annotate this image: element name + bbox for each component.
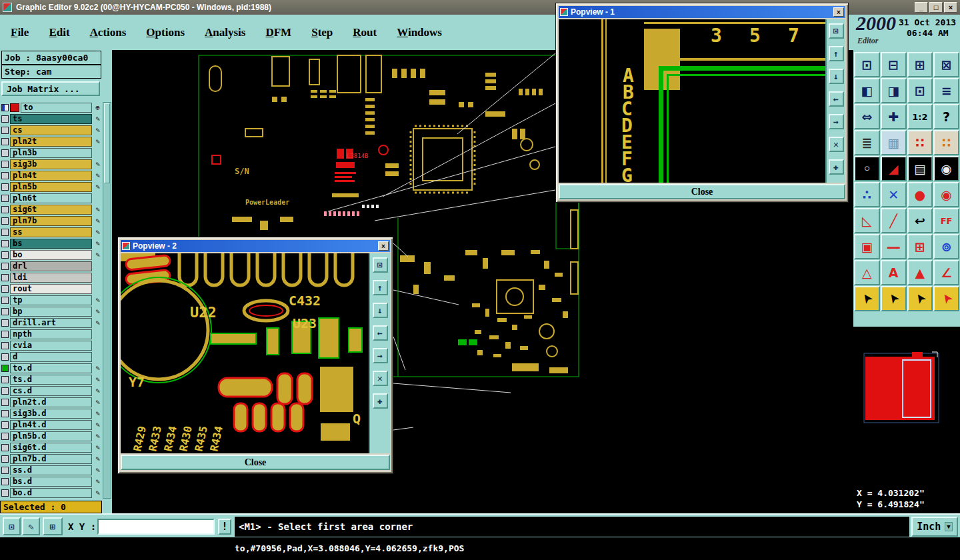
tool-button-25[interactable]: ◺: [854, 208, 880, 233]
layer-row-bs.d[interactable]: bs.d✎: [0, 476, 102, 487]
layer-scrollbar[interactable]: [103, 102, 111, 499]
pan-up-icon[interactable]: ↑: [373, 280, 388, 295]
units-selector[interactable]: Inch ▼: [911, 517, 958, 537]
layer-row-rout[interactable]: rout: [0, 283, 102, 295]
layer-row-bp[interactable]: bp✎: [0, 306, 102, 317]
zoom-out-icon[interactable]: ✕: [829, 137, 844, 152]
layer-checkbox[interactable]: [1, 421, 9, 429]
tool-button-31[interactable]: ⊞: [907, 234, 933, 259]
notes-button[interactable]: ✎: [22, 517, 40, 535]
menu-rout[interactable]: Rout: [353, 26, 377, 39]
layer-row-pln4t.d[interactable]: pln4t.d✎: [0, 419, 102, 431]
pan-down-icon[interactable]: ↓: [829, 69, 844, 84]
tool-button-40[interactable]: ➤: [933, 286, 959, 311]
layer-checkbox[interactable]: [1, 115, 9, 123]
layer-checkbox[interactable]: [1, 342, 9, 349]
layer-row-tp[interactable]: tp✎: [0, 295, 102, 306]
tool-button-20[interactable]: ◉: [933, 156, 959, 181]
tool-button-35[interactable]: ▲: [907, 260, 933, 285]
zoom-out-icon[interactable]: ✕: [373, 371, 388, 386]
tool-button-23[interactable]: ●: [907, 182, 933, 207]
overview-navigator[interactable]: X = 4.031202" Y = 6.491824": [853, 327, 960, 513]
grid-button[interactable]: ⊞: [43, 517, 63, 535]
layer-checkbox[interactable]: [1, 274, 9, 281]
layer-checkbox[interactable]: [1, 149, 9, 157]
layer-row-pln5b.d[interactable]: pln5b.d✎: [0, 431, 102, 442]
pan-right-icon[interactable]: →: [829, 114, 844, 129]
layer-row-to.d[interactable]: to.d✎: [0, 363, 102, 374]
layer-row-pln6t[interactable]: pln6t: [0, 193, 102, 204]
menu-dfm[interactable]: DFM: [265, 26, 291, 39]
tool-button-28[interactable]: FF: [933, 208, 959, 233]
layer-row-sig3b[interactable]: sig3b✎: [0, 159, 102, 170]
layer-checkbox[interactable]: [1, 489, 9, 497]
tool-button-7[interactable]: ⊡: [907, 78, 933, 103]
overview-icon[interactable]: ⊡: [373, 257, 388, 273]
close-button[interactable]: ×: [944, 2, 957, 13]
menu-edit[interactable]: Edit: [49, 26, 69, 39]
layer-checkbox[interactable]: [1, 297, 9, 304]
layer-row-cs[interactable]: cs✎: [0, 125, 102, 136]
tool-button-22[interactable]: ✕: [881, 182, 907, 207]
tool-button-5[interactable]: ◧: [854, 78, 880, 103]
layer-row-drill.art[interactable]: drill.art✎: [0, 317, 102, 329]
popview-button[interactable]: ⊡: [3, 517, 21, 535]
pan-center-icon[interactable]: ✚: [829, 159, 844, 175]
menu-actions[interactable]: Actions: [90, 26, 127, 39]
layer-checkbox[interactable]: [1, 433, 9, 440]
layer-checkbox[interactable]: [1, 331, 9, 338]
layer-checkbox[interactable]: [1, 183, 9, 191]
minimize-button[interactable]: _: [915, 2, 928, 13]
tool-button-8[interactable]: ≡: [933, 78, 959, 103]
layer-checkbox[interactable]: [1, 172, 9, 179]
layer-checkbox[interactable]: [1, 240, 9, 247]
maximize-button[interactable]: □: [929, 2, 943, 13]
layer-row-pln7b[interactable]: pln7b✎: [0, 215, 102, 227]
layer-checkbox[interactable]: [1, 206, 9, 213]
layer-color-chip[interactable]: [10, 103, 19, 112]
tool-button-14[interactable]: ▦: [881, 130, 907, 155]
pan-right-icon[interactable]: →: [373, 348, 388, 363]
pan-down-icon[interactable]: ↓: [373, 303, 388, 318]
tool-button-37[interactable]: ➤: [854, 286, 880, 311]
layer-checkbox[interactable]: [1, 387, 9, 395]
job-matrix-button[interactable]: Job Matrix ...: [1, 81, 100, 96]
menu-options[interactable]: Options: [146, 26, 185, 39]
tool-button-26[interactable]: ╱: [881, 208, 907, 233]
layer-row-pln3b[interactable]: pln3b: [0, 147, 102, 159]
tool-button-2[interactable]: ⊟: [881, 52, 907, 77]
tool-button-19[interactable]: ▤: [907, 156, 933, 181]
pan-up-icon[interactable]: ↑: [829, 46, 844, 61]
layer-row-sig3b.d[interactable]: sig3b.d✎: [0, 408, 102, 419]
layer-row-pln5b[interactable]: pln5b✎: [0, 181, 102, 193]
menu-file[interactable]: File: [11, 26, 29, 39]
tool-button-4[interactable]: ⊠: [933, 52, 959, 77]
layer-row-cs.d[interactable]: cs.d✎: [0, 385, 102, 397]
tool-button-6[interactable]: ◨: [881, 78, 907, 103]
scrollbar-thumb[interactable]: [104, 103, 110, 183]
layer-checkbox[interactable]: [1, 365, 9, 372]
tool-button-36[interactable]: ∠: [933, 260, 959, 285]
tool-button-30[interactable]: ―: [881, 234, 907, 259]
layer-checkbox[interactable]: [1, 308, 9, 315]
menu-analysis[interactable]: Analysis: [205, 26, 245, 39]
overview-icon[interactable]: ⊡: [829, 23, 844, 39]
layer-row-npth[interactable]: npth: [0, 329, 102, 340]
popview-1-close-button[interactable]: Close: [559, 184, 845, 199]
layer-row-bo.d[interactable]: bo.d✎: [0, 487, 102, 499]
layer-checkbox[interactable]: [1, 455, 9, 463]
tool-button-9[interactable]: ⇔: [854, 104, 880, 129]
alert-button[interactable]: !: [218, 519, 231, 535]
layer-checkbox[interactable]: [1, 138, 9, 145]
layer-checkbox[interactable]: [1, 127, 9, 134]
tool-button-15[interactable]: ∷: [907, 130, 933, 155]
layer-row-pln2t[interactable]: pln2t✎: [0, 136, 102, 147]
layer-row-sig6t.d[interactable]: sig6t.d✎: [0, 442, 102, 453]
tool-button-29[interactable]: ▣: [854, 234, 880, 259]
layer-row-ss[interactable]: ss✎: [0, 227, 102, 238]
tool-button-21[interactable]: ∴: [854, 182, 880, 207]
popview-1-close-icon[interactable]: ×: [833, 7, 844, 17]
popview-2-close-icon[interactable]: ×: [378, 241, 389, 251]
layer-row-pln7b.d[interactable]: pln7b.d✎: [0, 453, 102, 465]
layer-checkbox[interactable]: [1, 376, 9, 383]
